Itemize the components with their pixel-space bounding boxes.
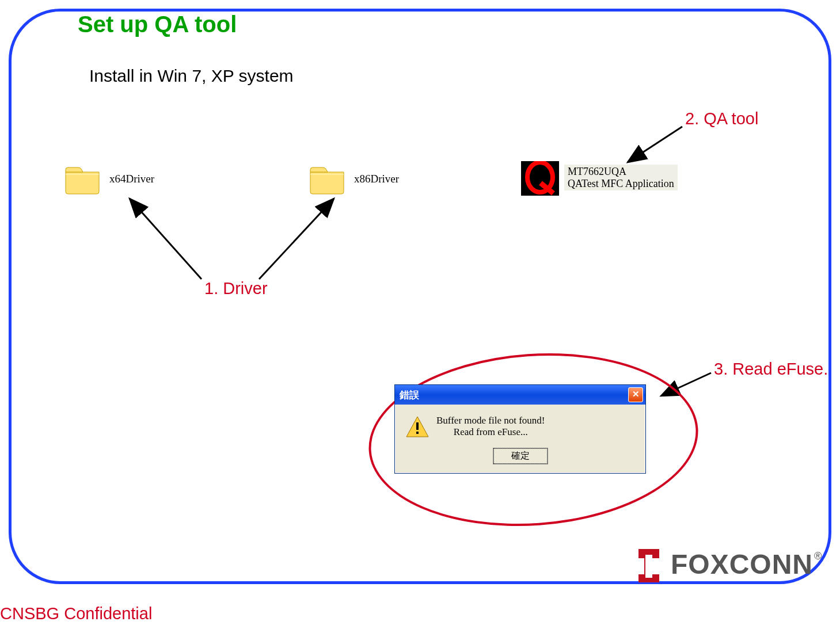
annotation-qa-tool: 2. QA tool bbox=[685, 109, 758, 128]
dialog-msg-line2: Read from eFuse... bbox=[454, 426, 528, 437]
dialog-titlebar: 錯誤 ✕ bbox=[395, 385, 645, 405]
folder-label-x64: x64Driver bbox=[109, 173, 154, 185]
registered-mark: ® bbox=[814, 550, 822, 562]
close-icon[interactable]: ✕ bbox=[628, 387, 643, 402]
foxconn-logo: FOXCONN ® bbox=[630, 546, 822, 582]
folder-icon[interactable] bbox=[63, 164, 101, 195]
dialog-msg-line1: Buffer mode file not found! bbox=[436, 415, 545, 426]
slide-subtitle: Install in Win 7, XP system bbox=[89, 66, 294, 86]
dialog-title: 錯誤 bbox=[397, 388, 419, 402]
qa-app-icon[interactable] bbox=[521, 161, 559, 196]
folder-icon[interactable] bbox=[308, 164, 346, 195]
dialog-message: Buffer mode file not found! Read from eF… bbox=[436, 415, 545, 439]
slide-title: Set up QA tool bbox=[78, 12, 237, 37]
qa-app-label: MT7662UQA QATest MFC Application bbox=[564, 165, 678, 190]
error-dialog: 錯誤 ✕ Buffer mode file not found! Read fr… bbox=[394, 384, 646, 474]
warning-icon bbox=[405, 415, 429, 439]
qa-app-label-line2: QATest MFC Application bbox=[568, 178, 674, 189]
foxconn-logo-text: FOXCONN bbox=[671, 548, 813, 580]
svg-rect-6 bbox=[416, 422, 419, 430]
foxconn-logo-icon bbox=[630, 546, 667, 582]
folder-label-x86: x86Driver bbox=[354, 173, 399, 185]
annotation-efuse: 3. Read eFuse. bbox=[714, 360, 828, 379]
ok-button[interactable]: 確定 bbox=[493, 448, 548, 464]
footer-confidential: CNSBG Confidential bbox=[0, 604, 152, 623]
annotation-driver: 1. Driver bbox=[204, 279, 268, 298]
qa-app-label-line1: MT7662UQA bbox=[568, 166, 626, 177]
svg-rect-7 bbox=[416, 432, 419, 434]
